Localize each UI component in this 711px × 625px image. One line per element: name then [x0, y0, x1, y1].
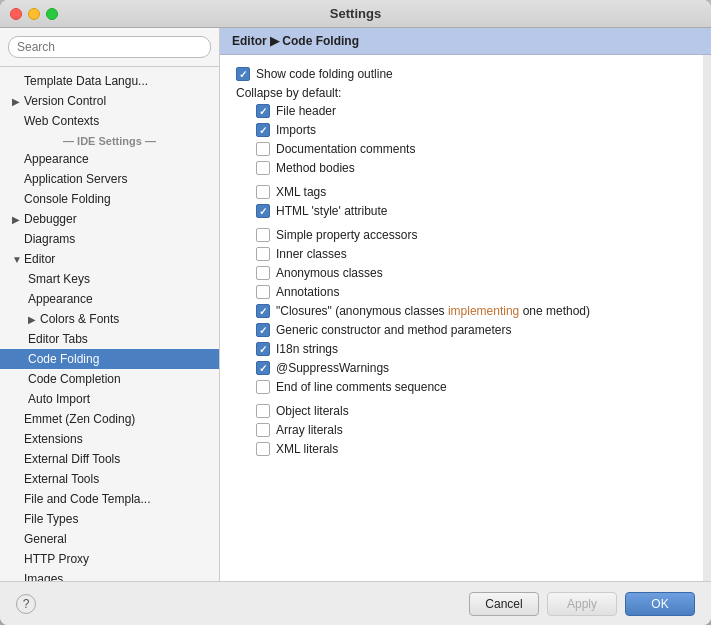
sidebar-label-debugger: Debugger	[24, 212, 77, 226]
sidebar-item-file-code-templates[interactable]: File and Code Templa...	[0, 489, 219, 509]
sidebar-item-code-completion[interactable]: Code Completion	[0, 369, 219, 389]
sidebar-arrow-editor: ▼	[12, 254, 24, 265]
checkbox-suppress-warnings[interactable]	[256, 361, 270, 375]
setting-row-html-style: HTML 'style' attribute	[236, 204, 687, 218]
sidebar-label-editor-tabs: Editor Tabs	[28, 332, 88, 346]
ok-button[interactable]: OK	[625, 592, 695, 616]
checkbox-doc-comments[interactable]	[256, 142, 270, 156]
label-i18n-strings: I18n strings	[276, 342, 338, 356]
checkbox-generic-constructor[interactable]	[256, 323, 270, 337]
sidebar-item-editor[interactable]: ▼ Editor	[0, 249, 219, 269]
collapse-default-label: Collapse by default:	[236, 86, 687, 100]
setting-row-doc-comments: Documentation comments	[236, 142, 687, 156]
sidebar-item-debugger[interactable]: ▶ Debugger	[0, 209, 219, 229]
checkbox-html-style[interactable]	[256, 204, 270, 218]
sidebar-label-console-folding: Console Folding	[24, 192, 111, 206]
minimize-button[interactable]	[28, 8, 40, 20]
sidebar-item-template-data[interactable]: Template Data Langu...	[0, 71, 219, 91]
sidebar-label-colors-fonts: Colors & Fonts	[40, 312, 119, 326]
sidebar-item-http-proxy[interactable]: HTTP Proxy	[0, 549, 219, 569]
label-annotations: Annotations	[276, 285, 339, 299]
sidebar-item-version-control[interactable]: ▶ Version Control	[0, 91, 219, 111]
sidebar-item-images[interactable]: Images	[0, 569, 219, 581]
setting-row-object-literals: Object literals	[236, 404, 687, 418]
sidebar-label-ide-settings: — IDE Settings —	[63, 135, 156, 147]
content-area: Template Data Langu...▶ Version Control …	[0, 28, 711, 581]
sidebar-item-auto-import[interactable]: Auto Import	[0, 389, 219, 409]
sidebar-label-extensions: Extensions	[24, 432, 83, 446]
search-input[interactable]	[8, 36, 211, 58]
label-closures: "Closures" (anonymous classes implementi…	[276, 304, 590, 318]
sidebar-item-appearance-sub[interactable]: Appearance	[0, 289, 219, 309]
sidebar-label-emmet: Emmet (Zen Coding)	[24, 412, 135, 426]
checkbox-file-header[interactable]	[256, 104, 270, 118]
sidebar-arrow-colors-fonts: ▶	[28, 314, 40, 325]
setting-row-file-header: File header	[236, 104, 687, 118]
sidebar-item-diagrams[interactable]: Diagrams	[0, 229, 219, 249]
settings-content: Show code folding outline Collapse by de…	[220, 55, 703, 581]
sidebar-item-file-types[interactable]: File Types	[0, 509, 219, 529]
sidebar-arrow-debugger: ▶	[12, 214, 24, 225]
sidebar-label-template-data: Template Data Langu...	[24, 74, 148, 88]
setting-row-generic-constructor: Generic constructor and method parameter…	[236, 323, 687, 337]
checkbox-array-literals[interactable]	[256, 423, 270, 437]
checkbox-end-of-line[interactable]	[256, 380, 270, 394]
checkbox-method-bodies[interactable]	[256, 161, 270, 175]
setting-row-method-bodies: Method bodies	[236, 161, 687, 175]
checkbox-anonymous-classes[interactable]	[256, 266, 270, 280]
label-doc-comments: Documentation comments	[276, 142, 415, 156]
checkbox-i18n-strings[interactable]	[256, 342, 270, 356]
settings-scroll-wrapper: Show code folding outline Collapse by de…	[220, 55, 711, 581]
sidebar-item-extensions[interactable]: Extensions	[0, 429, 219, 449]
sidebar-label-smart-keys: Smart Keys	[28, 272, 90, 286]
label-method-bodies: Method bodies	[276, 161, 355, 175]
sidebar-item-editor-tabs[interactable]: Editor Tabs	[0, 329, 219, 349]
label-xml-literals: XML literals	[276, 442, 338, 456]
checkbox-xml-literals[interactable]	[256, 442, 270, 456]
label-html-style: HTML 'style' attribute	[276, 204, 388, 218]
close-button[interactable]	[10, 8, 22, 20]
sidebar-label-appearance-sub: Appearance	[28, 292, 93, 306]
maximize-button[interactable]	[46, 8, 58, 20]
sidebar-item-smart-keys[interactable]: Smart Keys	[0, 269, 219, 289]
setting-row-suppress-warnings: @SuppressWarnings	[236, 361, 687, 375]
label-show-outline: Show code folding outline	[256, 67, 393, 81]
checkbox-closures[interactable]	[256, 304, 270, 318]
checkbox-xml-tags[interactable]	[256, 185, 270, 199]
checkbox-imports[interactable]	[256, 123, 270, 137]
sidebar-item-application-servers[interactable]: Application Servers	[0, 169, 219, 189]
search-box	[0, 28, 219, 67]
sidebar-item-web-contexts[interactable]: Web Contexts	[0, 111, 219, 131]
sidebar-label-general: General	[24, 532, 67, 546]
help-button[interactable]: ?	[16, 594, 36, 614]
setting-row-inner-classes: Inner classes	[236, 247, 687, 261]
sidebar-item-appearance[interactable]: Appearance	[0, 149, 219, 169]
setting-row-anonymous-classes: Anonymous classes	[236, 266, 687, 280]
checkbox-object-literals[interactable]	[256, 404, 270, 418]
setting-row-array-literals: Array literals	[236, 423, 687, 437]
setting-row-xml-tags: XML tags	[236, 185, 687, 199]
sidebar-label-application-servers: Application Servers	[24, 172, 127, 186]
sidebar-label-file-types: File Types	[24, 512, 78, 526]
window-title: Settings	[330, 6, 381, 21]
label-xml-tags: XML tags	[276, 185, 326, 199]
sidebar-item-external-diff-tools[interactable]: External Diff Tools	[0, 449, 219, 469]
sidebar-item-console-folding[interactable]: Console Folding	[0, 189, 219, 209]
setting-row-end-of-line: End of line comments sequence	[236, 380, 687, 394]
sidebar-item-colors-fonts[interactable]: ▶ Colors & Fonts	[0, 309, 219, 329]
checkbox-simple-property[interactable]	[256, 228, 270, 242]
cancel-button[interactable]: Cancel	[469, 592, 539, 616]
footer: ? Cancel Apply OK	[0, 581, 711, 625]
sidebar-item-emmet[interactable]: Emmet (Zen Coding)	[0, 409, 219, 429]
sidebar-item-code-folding[interactable]: Code Folding	[0, 349, 219, 369]
sidebar-label-code-completion: Code Completion	[28, 372, 121, 386]
show-outline-row: Show code folding outline	[236, 67, 687, 81]
sidebar-item-external-tools[interactable]: External Tools	[0, 469, 219, 489]
checkbox-inner-classes[interactable]	[256, 247, 270, 261]
sidebar-item-general[interactable]: General	[0, 529, 219, 549]
sidebar-label-file-code-templates: File and Code Templa...	[24, 492, 151, 506]
checkbox-show-outline[interactable]	[236, 67, 250, 81]
checkbox-annotations[interactable]	[256, 285, 270, 299]
apply-button[interactable]: Apply	[547, 592, 617, 616]
scrollbar[interactable]	[703, 55, 711, 581]
